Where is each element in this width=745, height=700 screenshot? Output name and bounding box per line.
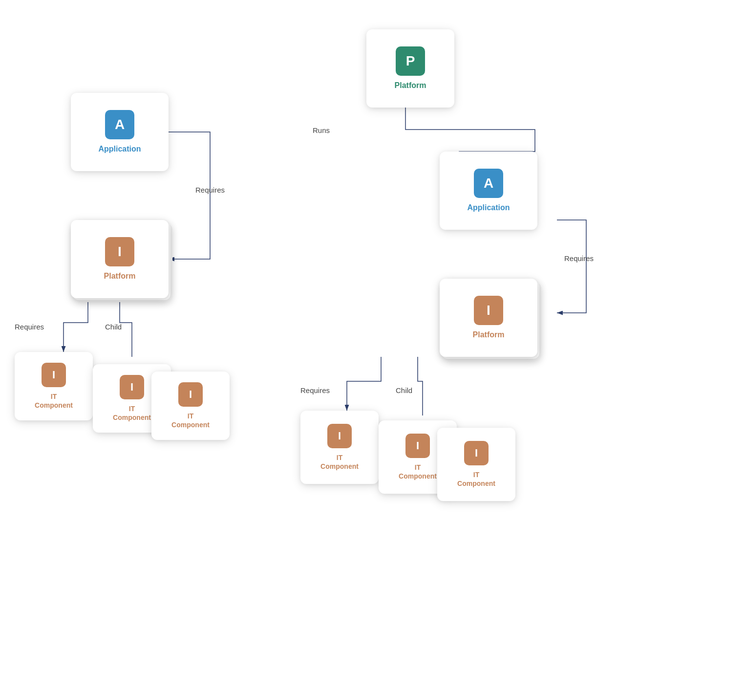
right-platform-top-icon: P — [396, 46, 425, 76]
left-it3-icon: I — [178, 382, 203, 407]
left-it1-icon: I — [42, 363, 66, 387]
right-runs-label: Runs — [313, 126, 330, 134]
left-it3-stack: I ITComponent — [151, 372, 230, 440]
right-platform-top-label: Platform — [395, 81, 426, 91]
left-it3-label: ITComponent — [171, 412, 210, 429]
right-requires2-label: Requires — [300, 386, 330, 394]
right-application-icon: A — [474, 169, 503, 198]
left-platform-stack: I Platform — [71, 220, 169, 298]
right-application-card: A Application — [440, 152, 537, 230]
left-it1-label: ITComponent — [35, 392, 73, 410]
left-it2-icon: I — [120, 375, 144, 399]
left-platform-label: Platform — [104, 271, 136, 282]
right-it1-icon: I — [327, 424, 352, 448]
right-it3-label: ITComponent — [457, 470, 495, 488]
right-child-label: Child — [396, 386, 412, 394]
left-platform-icon: I — [105, 237, 134, 266]
left-it3-card: I ITComponent — [151, 372, 230, 440]
left-application-card: A Application — [71, 93, 169, 171]
left-application-label: Application — [98, 144, 141, 154]
left-child-label: Child — [105, 323, 122, 331]
diagram-container: A Application I Platform I ITComponent I… — [0, 0, 745, 700]
right-it3-icon: I — [464, 441, 489, 465]
right-platform-card: I Platform — [440, 279, 537, 357]
right-it3-card: I ITComponent — [437, 428, 515, 501]
right-platform-stack: I Platform — [440, 279, 537, 357]
right-it1-label: ITComponent — [320, 453, 359, 471]
right-platform-label: Platform — [473, 330, 505, 340]
left-requires-label: Requires — [195, 186, 225, 194]
right-it2-label: ITComponent — [399, 463, 437, 481]
right-platform-icon: I — [474, 296, 503, 325]
left-it1-stack: I ITComponent — [15, 352, 93, 420]
right-platform-top-card: P Platform — [366, 29, 454, 108]
right-requires-label: Requires — [564, 254, 594, 262]
left-it2-label: ITComponent — [113, 404, 151, 422]
right-application-label: Application — [467, 203, 510, 213]
right-it1-card: I ITComponent — [300, 411, 379, 484]
left-application-icon: A — [105, 110, 134, 139]
left-platform-card: I Platform — [71, 220, 169, 298]
left-it1-card: I ITComponent — [15, 352, 93, 420]
left-requires2-label: Requires — [15, 323, 44, 331]
right-it2-icon: I — [405, 434, 430, 458]
